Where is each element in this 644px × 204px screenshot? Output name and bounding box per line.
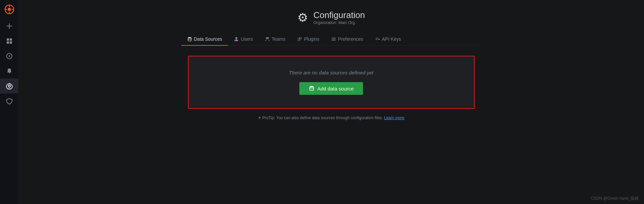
svg-rect-23 — [332, 39, 336, 40]
svg-point-19 — [267, 37, 269, 39]
tab-users[interactable]: Users — [228, 33, 259, 46]
tab-plugins-label: Plugins — [304, 36, 319, 42]
dashboards-icon — [6, 38, 13, 44]
sidebar-item-dashboards[interactable] — [0, 33, 18, 48]
team-tab-icon — [265, 37, 270, 41]
prefs-tab-icon — [331, 37, 336, 41]
lightning-icon: ✈ — [258, 116, 262, 120]
protip-text: ProTip: You can also define data sources… — [262, 116, 383, 120]
tab-plugins[interactable]: Plugins — [291, 33, 325, 46]
svg-point-16 — [188, 37, 191, 38]
sidebar-item-alerting[interactable] — [0, 63, 18, 78]
svg-rect-11 — [10, 41, 12, 44]
page-title-group: Configuration Organization: Main Org. — [313, 10, 365, 25]
sidebar-item-create[interactable] — [0, 18, 18, 33]
user-tab-icon — [234, 37, 239, 41]
empty-state-message: There are no data sources defined yet — [289, 70, 374, 75]
svg-rect-20 — [298, 38, 300, 41]
add-data-source-label: Add data source — [317, 86, 354, 91]
learn-more-link[interactable]: Learn more — [384, 116, 404, 120]
tab-api-keys[interactable]: API Keys — [369, 33, 407, 46]
bell-icon — [6, 68, 13, 74]
svg-point-17 — [235, 37, 237, 39]
empty-state-box: There are no data sources defined yet Ad… — [188, 56, 475, 109]
sidebar — [0, 0, 18, 204]
svg-point-15 — [8, 85, 10, 87]
sidebar-item-admin[interactable] — [0, 93, 18, 109]
plugin-tab-icon — [297, 37, 302, 41]
page-title: Configuration — [313, 10, 365, 20]
database-btn-icon — [309, 85, 315, 91]
page-header: ⚙ Configuration Organization: Main Org. — [297, 10, 365, 25]
add-data-source-button[interactable]: Add data source — [299, 82, 363, 95]
svg-rect-8 — [7, 38, 9, 41]
svg-rect-14 — [9, 72, 10, 73]
watermark: CSDN @Green hand_阻路 — [591, 196, 639, 201]
svg-point-29 — [310, 86, 314, 88]
sidebar-item-configuration[interactable] — [0, 78, 18, 93]
tab-teams-label: Teams — [272, 36, 285, 42]
shield-icon — [6, 98, 13, 105]
database-tab-icon — [187, 37, 192, 41]
sidebar-item-explore[interactable] — [0, 48, 18, 63]
tab-data-sources-label: Data Sources — [194, 36, 222, 42]
svg-point-25 — [376, 38, 378, 40]
tab-preferences[interactable]: Preferences — [325, 33, 369, 46]
plus-icon — [6, 23, 13, 29]
tab-preferences-label: Preferences — [338, 36, 363, 42]
key-tab-icon — [375, 37, 380, 41]
tab-users-label: Users — [241, 36, 253, 42]
svg-rect-22 — [332, 38, 336, 38]
page-subtitle: Organization: Main Org. — [313, 20, 365, 25]
main-content: ⚙ Configuration Organization: Main Org. … — [18, 0, 644, 204]
svg-rect-7 — [7, 26, 12, 26]
page: ⚙ Configuration Organization: Main Org. … — [18, 0, 644, 204]
svg-rect-9 — [10, 38, 12, 41]
protip-section: ✈ ProTip: You can also define data sourc… — [188, 116, 475, 120]
explore-icon — [6, 53, 13, 59]
content-area: There are no data sources defined yet Ad… — [181, 46, 481, 130]
tab-data-sources[interactable]: Data Sources — [181, 33, 228, 46]
config-gear-icon: ⚙ — [297, 11, 308, 25]
svg-point-1 — [8, 8, 11, 11]
tabs-bar: Data Sources Users Teams — [181, 33, 481, 46]
tab-teams[interactable]: Teams — [259, 33, 291, 46]
tab-api-keys-label: API Keys — [382, 36, 401, 42]
svg-point-13 — [9, 55, 10, 57]
grafana-logo-icon — [4, 4, 14, 14]
gear-sidebar-icon — [6, 83, 13, 89]
svg-rect-10 — [7, 41, 9, 44]
sidebar-logo[interactable] — [0, 0, 18, 18]
svg-rect-24 — [332, 40, 336, 41]
